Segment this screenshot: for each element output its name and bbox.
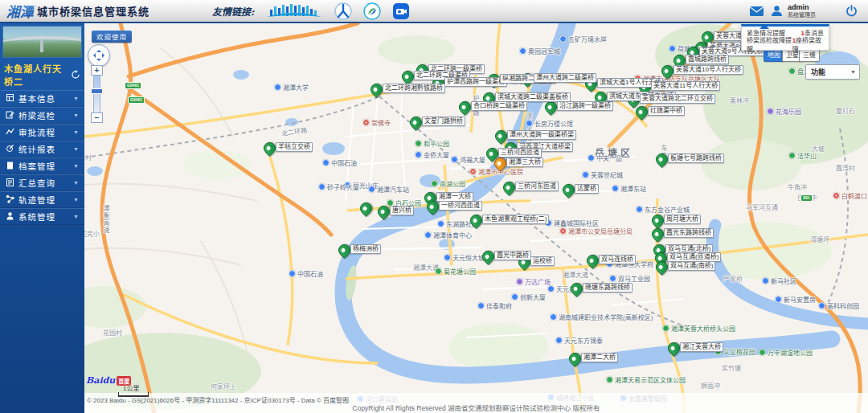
map-canvas[interactable]: 岳塘区水库村梅花完小花园村何家坪上牛角冲巴干冲霞湾村大坡马军河互通湾塘坪严家桥狮… (84, 23, 868, 413)
pan-up-icon[interactable] (96, 47, 101, 52)
bridge-pin-label: 霞光中路桥 (494, 251, 531, 260)
chevron-down-icon: ▼ (73, 214, 79, 219)
zoom-out-button[interactable]: − (91, 112, 103, 123)
user-role: 系统管理员 (788, 12, 816, 18)
bridge-pin-label: 一桥河西匝道 (439, 201, 482, 211)
bridge-pin-label: 红旗渠中桥 (648, 106, 685, 116)
sidebar-item-label: 桥梁巡检 (18, 109, 55, 121)
sidebar-item-label: 审批流程 (18, 126, 55, 138)
user-icon[interactable] (769, 5, 784, 18)
bridge-photo (2, 26, 82, 58)
bridge-pin-label: 文星门路拱桥 (422, 117, 465, 126)
archive-icon (6, 159, 14, 174)
app-title: 城市桥梁信息管理系统 (37, 3, 149, 18)
bridge-pin-label: 湘江芙蓉大桥 (680, 342, 723, 352)
bridge-pin-label: 木鱼湖景观工程桥(二) (482, 215, 549, 224)
bridge-pin-label: 唐兴桥 (390, 206, 414, 215)
logout-power-icon[interactable] (844, 5, 858, 18)
sidebar-item-label: 统计报表 (18, 143, 55, 155)
bridge-pin-label: 霞城路跨线桥 (686, 55, 729, 64)
flow-icon (6, 125, 14, 140)
sidebar-item-5[interactable]: 档案管理▼ (0, 157, 84, 174)
username: admin (788, 4, 816, 11)
bridge-pin-label: 北二环跨湘黔铁路桥 (383, 84, 445, 93)
zoom-in-button[interactable]: + (91, 65, 103, 76)
selected-bridge-title-row: 木鱼湖人行天桥二 (0, 60, 84, 90)
da-character-logo[interactable] (334, 2, 352, 20)
bridge-pin-label: 潭州大道跨二级渠桥 (534, 73, 596, 83)
function-dropdown-label: 功能 (811, 67, 825, 77)
scale-label: 1公里 (123, 383, 149, 392)
map-zoom-control: + − (91, 65, 103, 123)
form-icon (6, 92, 14, 106)
sidebar-menu: 基本信息▼桥梁巡检▼审批流程▼统计报表▼档案管理▼汇总查询▼轨迹管理▼系统管理▼ (0, 90, 84, 225)
sidebar-item-7[interactable]: 轨迹管理▼ (0, 191, 84, 208)
ring-swirl-logo[interactable] (363, 2, 381, 20)
bridge-pin-label: 合口桥跨二级渠桥 (471, 101, 527, 111)
sidebar-item-4[interactable]: 统计报表▼ (0, 141, 84, 157)
bridge-pin-label: 霞光东路跨线桥 (664, 228, 714, 238)
notification-count: 1座桥梁故障 (792, 35, 824, 53)
report-icon (6, 142, 14, 157)
bridge-pin[interactable] (358, 200, 375, 217)
bridge-pin-label: 潭州大道跨一级渠桥梁 (507, 130, 576, 140)
notification-item[interactable]: 桥梁巡检故障提醒1座桥梁故障 (742, 38, 829, 50)
app-header: 湘潭 城市桥梁信息管理系统 友情链接: (0, 0, 868, 23)
welcome-tag[interactable]: 欢迎使用 (92, 31, 132, 43)
bridge-pin-label: 运校桥 (530, 256, 555, 266)
sidebar: 木鱼湖人行天桥二 基本信息▼桥梁巡检▼审批流程▼统计报表▼档案管理▼汇总查询▼轨… (0, 23, 84, 413)
bridge-pin-label: 板塘七号路跨线桥 (668, 153, 724, 163)
map-scale: 1公里 (118, 383, 149, 397)
bridge-pin-label: 杨梅洲桥 (350, 244, 381, 254)
mail-icon[interactable] (749, 5, 764, 18)
refresh-icon[interactable] (71, 70, 80, 80)
chevron-down-icon: ▼ (73, 146, 79, 152)
bridge-pin-label: 晓塘东路跨线桥 (583, 283, 633, 292)
bridge-pin-label: 护潭西路跨一级渠桥 (444, 77, 507, 87)
chevron-down-icon: ▼ (73, 112, 79, 118)
bridge-pin-label: 达蒙桥 (575, 184, 599, 194)
bridge-pin-label: 三桥河东匝道 (515, 182, 559, 191)
bridge-photo-pier (40, 39, 43, 52)
bridge-pin-label: 芙蓉大道跨北二环立交桥 (640, 94, 715, 104)
bridge-pin-label: 沿江路跨一级渠桥 (557, 101, 613, 111)
pan-down-icon[interactable] (96, 59, 101, 63)
track-icon (6, 193, 14, 207)
notification-dropdown: 紧急情况提醒1条消息桥梁巡检故障提醒1座桥梁故障 (741, 24, 829, 51)
bridge-bars-logo[interactable] (265, 2, 323, 20)
sidebar-item-1[interactable]: 基本信息▼ (0, 90, 84, 107)
pan-right-icon[interactable] (102, 53, 107, 58)
bridge-pin-label: 三桥河西匝道 (498, 148, 542, 157)
sidebar-item-label: 轨迹管理 (18, 194, 55, 206)
sidebar-item-label: 系统管理 (18, 211, 55, 223)
user-info[interactable]: admin 系统管理员 (788, 4, 816, 18)
notification-label: 桥梁巡检故障提醒 (747, 35, 792, 53)
system-icon (6, 210, 14, 224)
sidebar-item-label: 档案管理 (18, 160, 55, 172)
map-pan-control[interactable] (88, 44, 110, 67)
chevron-down-icon: ▼ (850, 69, 856, 75)
sidebar-item-3[interactable]: 审批流程▼ (0, 124, 84, 141)
zoom-slider-handle[interactable] (91, 88, 103, 94)
scale-bar (118, 392, 149, 397)
sidebar-item-6[interactable]: 汇总查询▼ (0, 174, 84, 191)
bottom-strip: © 2023 Baidu - GS(2021)6026号 - 甲测资字11111… (84, 393, 868, 413)
selected-bridge-title: 木鱼湖人行天桥二 (4, 62, 71, 88)
zoom-slider-track[interactable] (93, 76, 100, 112)
sidebar-item-label: 汇总查询 (18, 177, 55, 189)
pan-left-icon[interactable] (91, 53, 96, 58)
chevron-down-icon: ▼ (73, 163, 79, 169)
bridge-pin-label: 湘潭三大桥 (506, 157, 543, 167)
friend-links-label: 友情链接: (212, 4, 254, 18)
bridge-pin-label: 双马连线桥 (599, 255, 636, 264)
brand-logo: 湘潭 (6, 1, 34, 21)
sidebar-item-8[interactable]: 系统管理▼ (0, 208, 84, 225)
query-icon (6, 176, 14, 190)
function-dropdown[interactable]: 功能 ▼ (805, 64, 860, 80)
sidebar-item-2[interactable]: 桥梁巡检▼ (0, 107, 84, 124)
bridge-pin-layer: 北二环跨一级渠桥北二环跨二级渠桥护潭西路跨一级渠桥北二环跨湘黔铁路桥纵湘路跨二级… (84, 23, 868, 413)
bridge-pin-label: 芙蓉大道11号人行天桥 (651, 81, 720, 91)
chevron-down-icon: ▼ (73, 180, 79, 186)
camera-logo[interactable] (392, 2, 410, 20)
inspect-icon (6, 108, 14, 123)
